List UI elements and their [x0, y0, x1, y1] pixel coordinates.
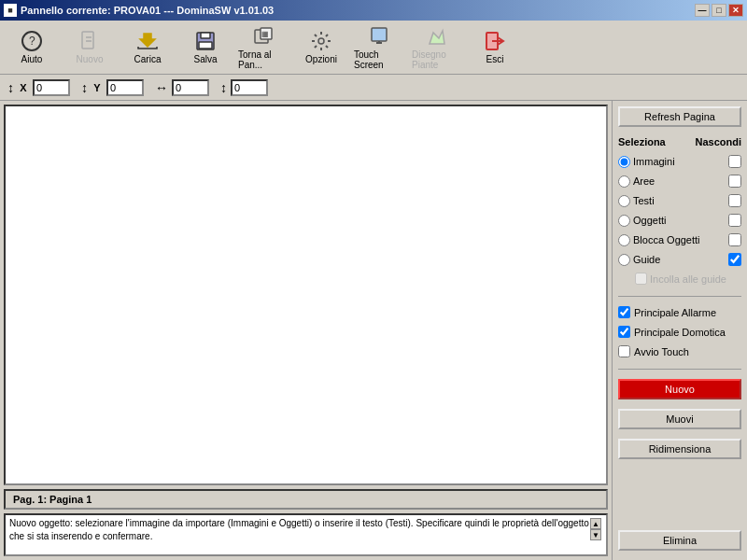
- immagini-radio-label[interactable]: Immagini: [618, 156, 675, 168]
- separator1: [618, 296, 741, 297]
- aree-row: Aree: [618, 175, 741, 188]
- guide-radio[interactable]: [618, 254, 630, 266]
- ridimensiona-button[interactable]: Ridimensiona: [618, 439, 741, 459]
- title-bar-text: Pannello corrente: PROVA01 --- DominaSW …: [21, 5, 274, 16]
- incolla-guide-check[interactable]: [635, 273, 647, 285]
- svg-rect-2: [82, 32, 93, 49]
- immagini-text: Immagini: [633, 156, 675, 167]
- title-bar-controls: — □ ✕: [695, 4, 743, 17]
- x-arrow-icon: ↕: [7, 80, 14, 95]
- testi-radio[interactable]: [618, 195, 630, 207]
- refresh-pagina-button[interactable]: Refresh Pagina: [618, 106, 741, 127]
- page-footer-text: Pag. 1: Pagina 1: [13, 494, 92, 505]
- svg-rect-7: [199, 42, 212, 49]
- nascondi-aree-check[interactable]: [728, 175, 741, 188]
- avvio-touch-check[interactable]: [618, 345, 630, 357]
- x-label: X: [18, 82, 29, 93]
- nascondi-label: Nascondi: [695, 136, 741, 147]
- scroll-up-button[interactable]: ▲: [590, 518, 601, 529]
- aree-radio-label[interactable]: Aree: [618, 175, 655, 188]
- immagini-row: Immagini: [618, 155, 741, 168]
- title-bar-icon: ■: [4, 4, 17, 17]
- toolbar-touch-screen-button[interactable]: Touch Screen: [351, 24, 407, 71]
- muovi-button[interactable]: Muovi: [618, 409, 741, 429]
- h-arrow-icon: ↕: [220, 80, 227, 95]
- oggetti-radio[interactable]: [618, 215, 630, 227]
- status-bar: Nuovo oggetto: selezionare l'immagine da…: [4, 513, 608, 556]
- salva-icon: [194, 30, 217, 52]
- nascondi-immagini-check[interactable]: [728, 155, 741, 168]
- nascondi-oggetti-check[interactable]: [728, 214, 741, 227]
- status-scrollbar: ▲ ▼: [589, 517, 602, 541]
- aree-text: Aree: [633, 175, 655, 187]
- title-bar: ■ Pannello corrente: PROVA01 --- DominaS…: [0, 0, 747, 21]
- y-input[interactable]: [106, 79, 144, 96]
- incolla-label: Incolla alle guide: [650, 273, 726, 285]
- y-arrow-icon: ↕: [81, 80, 88, 95]
- minimize-button[interactable]: —: [695, 4, 710, 17]
- blocca-radio-label[interactable]: Blocca Oggetti: [618, 234, 700, 246]
- toolbar-carica-label: Carica: [134, 54, 162, 64]
- principale-domotica-check[interactable]: [618, 326, 630, 338]
- principale-allarme-check[interactable]: [618, 306, 630, 318]
- nascondi-testi-check[interactable]: [728, 194, 741, 207]
- principale-allarme-row: Principale Allarme: [618, 306, 741, 318]
- h-input[interactable]: [231, 79, 268, 96]
- blocca-text: Blocca Oggetti: [633, 234, 700, 245]
- elimina-button[interactable]: Elimina: [618, 530, 741, 551]
- toolbar-torna-button[interactable]: ▦ Torna al Pan...: [235, 24, 291, 71]
- esci-icon: [484, 30, 506, 52]
- w-input[interactable]: [172, 79, 209, 96]
- toolbar-opzioni-button[interactable]: Opzioni: [293, 24, 349, 71]
- toolbar-disegno-piante-button[interactable]: Disegno Piante: [409, 24, 465, 71]
- toolbar-disegno-piante-label: Disegno Piante: [412, 49, 462, 70]
- oggetti-radio-label[interactable]: Oggetti: [618, 215, 666, 227]
- toolbar-salva-button[interactable]: Salva: [177, 24, 233, 71]
- toolbar-aiuto-button[interactable]: ? Aiuto: [4, 24, 60, 71]
- separator2: [618, 369, 741, 370]
- toolbar-esci-label: Esci: [486, 54, 504, 64]
- toolbar-torna-label: Torna al Pan...: [238, 49, 289, 70]
- seleziona-nascondi-header: Seleziona Nascondi: [618, 136, 741, 147]
- testi-text: Testi: [633, 195, 655, 206]
- avvio-touch-row: Avvio Touch: [618, 345, 741, 357]
- blocca-radio[interactable]: [618, 234, 630, 246]
- oggetti-text: Oggetti: [633, 215, 666, 226]
- opzioni-icon: [310, 30, 332, 52]
- x-input[interactable]: [33, 79, 70, 96]
- immagini-radio[interactable]: [618, 156, 630, 168]
- canvas[interactable]: [4, 105, 608, 485]
- nuovo-icon: [78, 30, 101, 52]
- oggetti-row: Oggetti: [618, 214, 741, 227]
- disegno-piante-icon: [426, 25, 448, 48]
- nuovo-button[interactable]: Nuovo: [618, 379, 741, 399]
- y-label: Y: [92, 82, 103, 93]
- close-button[interactable]: ✕: [728, 4, 743, 17]
- principale-domotica-row: Principale Domotica: [618, 326, 741, 338]
- nascondi-guide-check[interactable]: [728, 253, 741, 266]
- right-panel: Refresh Pagina Seleziona Nascondi Immagi…: [612, 101, 747, 560]
- nascondi-blocca-check[interactable]: [728, 233, 741, 246]
- incolla-row: Incolla alle guide: [635, 273, 741, 285]
- svg-text:?: ?: [29, 35, 35, 48]
- w-arrow-icon: ↔: [155, 80, 168, 95]
- seleziona-label: Seleziona: [618, 136, 666, 147]
- toolbar: ? Aiuto Nuovo Carica: [0, 21, 747, 75]
- svg-rect-6: [201, 33, 210, 38]
- maximize-button[interactable]: □: [712, 4, 726, 17]
- principale-domotica-label: Principale Domotica: [634, 327, 726, 338]
- aiuto-icon: ?: [21, 30, 43, 52]
- aree-radio[interactable]: [618, 175, 630, 188]
- status-text: Nuovo oggetto: selezionare l'immagine da…: [9, 517, 589, 543]
- coords-bar: ↕ X ↕ Y ↔ ↕: [0, 75, 747, 101]
- toolbar-carica-button[interactable]: Carica: [120, 24, 176, 71]
- toolbar-nuovo-button[interactable]: Nuovo: [62, 24, 118, 71]
- testi-radio-label[interactable]: Testi: [618, 195, 655, 207]
- guide-radio-label[interactable]: Guide: [618, 254, 660, 266]
- blocca-row: Blocca Oggetti: [618, 233, 741, 246]
- touch-screen-icon: [368, 25, 390, 48]
- toolbar-esci-button[interactable]: Esci: [467, 24, 523, 71]
- torna-icon: ▦: [252, 25, 275, 48]
- main-area: Pag. 1: Pagina 1 Nuovo oggetto: selezion…: [0, 101, 747, 560]
- scroll-down-button[interactable]: ▼: [590, 529, 601, 540]
